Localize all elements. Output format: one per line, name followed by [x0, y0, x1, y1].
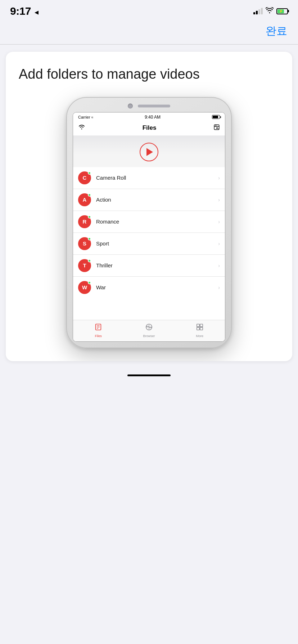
files-icon	[94, 323, 102, 333]
phone-wifi-left-icon	[78, 124, 85, 132]
chevron-right-icon: ›	[218, 263, 220, 268]
tab-browser-label: Browser	[143, 334, 155, 338]
svg-line-3	[217, 128, 218, 129]
card-title: Add folders to manage videos	[19, 66, 279, 83]
status-icons: ⚡	[253, 7, 288, 15]
phone-camera	[128, 104, 133, 109]
status-dot	[88, 281, 91, 284]
tab-browser[interactable]: Browser	[124, 323, 175, 338]
phone-carrier: Carrier ≈	[78, 115, 93, 119]
play-area	[73, 135, 225, 167]
avatar: S	[78, 237, 91, 250]
chevron-right-icon: ›	[218, 285, 220, 290]
phone-mockup: Carrier ≈ 9:40 AM	[66, 97, 232, 348]
home-bar	[127, 374, 171, 376]
folder-name: Thriller	[96, 262, 218, 268]
status-dot	[88, 237, 91, 240]
list-item[interactable]: C Camera Roll ›	[73, 167, 225, 189]
phone-edit-icon[interactable]	[213, 124, 220, 132]
phone-top-bar	[73, 104, 225, 109]
list-item[interactable]: R Romance ›	[73, 211, 225, 233]
folder-name: Camera Roll	[96, 175, 218, 181]
phone-outer: Carrier ≈ 9:40 AM	[66, 97, 232, 348]
avatar: C	[78, 171, 91, 184]
browser-icon	[145, 323, 153, 333]
status-dot	[88, 259, 91, 262]
status-dot	[88, 215, 91, 218]
phone-time: 9:40 AM	[145, 115, 161, 120]
avatar: T	[78, 259, 91, 272]
empty-space	[73, 298, 225, 320]
file-list: C Camera Roll › A Action	[73, 167, 225, 298]
signal-icon	[253, 8, 263, 14]
phone-status-bar: Carrier ≈ 9:40 AM	[73, 112, 225, 122]
main-content: Add folders to manage videos Carrier ≈	[0, 45, 298, 368]
list-item[interactable]: T Thriller ›	[73, 255, 225, 277]
play-triangle-icon	[146, 148, 153, 156]
tab-files-label: Files	[95, 334, 102, 338]
status-bar: 9:17 ◂ ⚡	[0, 0, 298, 20]
list-item[interactable]: S Sport ›	[73, 233, 225, 255]
status-dot	[88, 171, 91, 175]
status-time: 9:17 ◂	[10, 5, 38, 17]
tab-more-label: More	[196, 334, 203, 338]
svg-rect-11	[197, 324, 199, 326]
phone-battery	[212, 115, 220, 119]
avatar: W	[78, 281, 91, 294]
folder-name: Action	[96, 197, 218, 203]
home-indicator	[0, 368, 298, 383]
wifi-icon	[266, 7, 274, 15]
list-item[interactable]: A Action ›	[73, 189, 225, 211]
folder-name: Romance	[96, 218, 218, 225]
phone-screen: Carrier ≈ 9:40 AM	[73, 112, 225, 342]
svg-rect-12	[200, 324, 203, 326]
more-icon	[196, 323, 204, 333]
phone-speaker	[138, 105, 170, 107]
tab-more[interactable]: More	[174, 323, 225, 338]
battery-icon: ⚡	[276, 8, 288, 14]
phone-app-title: Files	[85, 124, 213, 132]
avatar: R	[78, 215, 91, 228]
phone-app-header: Files	[73, 122, 225, 135]
tab-files[interactable]: Files	[73, 323, 124, 338]
folder-name: Sport	[96, 240, 218, 247]
avatar: A	[78, 193, 91, 206]
done-button[interactable]: 완료	[266, 24, 287, 38]
play-button[interactable]	[140, 143, 158, 161]
svg-rect-14	[200, 327, 203, 330]
status-dot	[88, 193, 91, 197]
folder-name: War	[96, 284, 218, 290]
svg-rect-13	[197, 327, 199, 330]
chevron-right-icon: ›	[218, 219, 220, 225]
top-nav: 완료	[0, 20, 298, 44]
phone-tab-bar: Files Browser	[73, 320, 225, 341]
list-item[interactable]: W War ›	[73, 277, 225, 298]
chevron-right-icon: ›	[218, 197, 220, 203]
chevron-right-icon: ›	[218, 241, 220, 247]
chevron-right-icon: ›	[218, 175, 220, 181]
feature-card: Add folders to manage videos Carrier ≈	[6, 52, 292, 361]
